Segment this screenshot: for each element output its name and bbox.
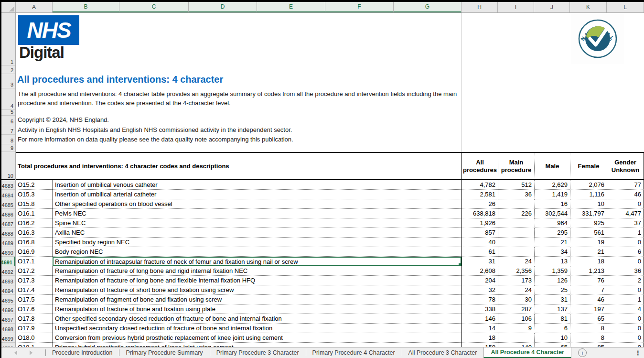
- value-cell[interactable]: 30: [498, 295, 534, 304]
- value-cell[interactable]: 7: [570, 285, 607, 295]
- code-cell[interactable]: O16.3: [16, 228, 53, 238]
- activity-note[interactable]: Activity in English NHS Hospitals and En…: [18, 126, 292, 133]
- value-cell[interactable]: 197: [570, 304, 607, 314]
- selection-fill-handle[interactable]: [458, 263, 462, 266]
- value-cell[interactable]: 6: [534, 324, 570, 333]
- value-cell[interactable]: 964: [534, 218, 570, 228]
- value-cell[interactable]: 21: [570, 247, 607, 257]
- table-header-label[interactable]: Total procedures and interventions: 4 ch…: [16, 153, 462, 179]
- value-cell[interactable]: 2,076: [570, 180, 607, 190]
- column-header-f[interactable]: F: [325, 2, 394, 12]
- value-cell[interactable]: 287: [498, 304, 534, 314]
- description-cell[interactable]: Remanipulation of fracture of long bone …: [53, 266, 462, 276]
- value-cell[interactable]: 25: [534, 285, 570, 295]
- value-cell[interactable]: 226: [498, 209, 534, 218]
- value-cell[interactable]: 81: [534, 314, 570, 324]
- description-cell[interactable]: Remanipulation of fracture of bone and f…: [53, 304, 462, 314]
- row-header-4695[interactable]: 4695: [1, 295, 15, 304]
- row-header-4693[interactable]: 4693: [1, 276, 15, 285]
- value-cell[interactable]: 1,359: [534, 266, 570, 276]
- row-header-4685[interactable]: 4685: [1, 199, 15, 209]
- value-cell[interactable]: 638,818: [462, 209, 498, 218]
- value-cell[interactable]: 24: [498, 257, 534, 266]
- value-cell[interactable]: 18: [570, 257, 607, 266]
- value-cell[interactable]: [498, 199, 534, 209]
- code-cell[interactable]: O15.2: [16, 180, 53, 190]
- value-cell[interactable]: 40: [462, 238, 498, 247]
- row-header-4692[interactable]: 4692: [1, 266, 15, 276]
- description-cell[interactable]: Conversion from previous hybrid prosthet…: [53, 333, 462, 343]
- sheet-tab-primary-procedure-3-character[interactable]: Primary Procedure 3 Character: [210, 347, 306, 358]
- column-header-e[interactable]: E: [257, 2, 325, 12]
- value-cell[interactable]: 137: [534, 304, 570, 314]
- code-cell[interactable]: O17.5: [16, 295, 53, 304]
- value-cell[interactable]: 31: [534, 295, 570, 304]
- description-cell[interactable]: Specified body region NEC: [53, 238, 462, 247]
- row-header-4691[interactable]: 4691: [1, 257, 15, 266]
- value-cell[interactable]: 0: [607, 257, 644, 266]
- row-header-9[interactable]: 9: [1, 144, 15, 152]
- description-cell[interactable]: Spine NEC: [53, 218, 462, 228]
- row-header-5[interactable]: 5: [1, 110, 15, 116]
- value-cell[interactable]: 857: [462, 228, 498, 238]
- code-cell[interactable]: O16.2: [16, 218, 53, 228]
- row-header-4700[interactable]: 4700: [1, 343, 15, 347]
- row-header-4689[interactable]: 4689: [1, 238, 15, 247]
- value-cell[interactable]: 925: [570, 218, 607, 228]
- row-header-4[interactable]: 4: [1, 88, 15, 110]
- value-cell[interactable]: 8: [570, 324, 607, 333]
- value-cell[interactable]: 295: [534, 228, 570, 238]
- value-cell[interactable]: 2,581: [462, 190, 498, 199]
- row-header-4694[interactable]: 4694: [1, 285, 15, 295]
- value-cell[interactable]: 8: [570, 333, 607, 343]
- description-cell[interactable]: Insertion of umbilical arterial catheter: [53, 190, 462, 199]
- value-cell[interactable]: 36: [498, 190, 534, 199]
- value-cell[interactable]: 2,629: [534, 180, 570, 190]
- value-cell[interactable]: 78: [462, 295, 498, 304]
- column-header-j[interactable]: J: [534, 2, 570, 12]
- value-cell[interactable]: 512: [498, 180, 534, 190]
- column-header-d[interactable]: D: [189, 2, 257, 12]
- code-cell[interactable]: O17.9: [16, 324, 53, 333]
- value-cell[interactable]: 77: [607, 180, 644, 190]
- description-cell[interactable]: Axilla NEC: [53, 228, 462, 238]
- value-cell[interactable]: 36: [607, 266, 644, 276]
- row-header-3[interactable]: 3: [1, 74, 15, 88]
- row-header-4699[interactable]: 4699: [1, 333, 15, 343]
- description-cell[interactable]: Other specified operations on blood vess…: [53, 199, 462, 209]
- value-cell[interactable]: 150: [462, 343, 498, 347]
- column-header-c[interactable]: C: [119, 2, 189, 12]
- row-header-4690[interactable]: 4690: [1, 247, 15, 257]
- value-cell[interactable]: 65: [534, 343, 570, 347]
- value-cell[interactable]: 4,477: [607, 209, 644, 218]
- value-column-header[interactable]: Gender Unknown: [607, 153, 644, 179]
- value-cell[interactable]: 302,544: [534, 209, 570, 218]
- value-cell[interactable]: [498, 238, 534, 247]
- value-column-header[interactable]: All procedures: [462, 153, 498, 179]
- code-cell[interactable]: O17.2: [16, 266, 53, 276]
- value-cell[interactable]: 34: [534, 247, 570, 257]
- value-cell[interactable]: 76: [570, 276, 607, 285]
- code-cell[interactable]: O18.0: [16, 333, 53, 343]
- value-cell[interactable]: 0: [607, 238, 644, 247]
- sheet-tab-all-procedure-4-character[interactable]: All Procedure 4 Character: [483, 347, 571, 358]
- column-header-i[interactable]: I: [498, 2, 534, 12]
- value-cell[interactable]: 0: [607, 333, 644, 343]
- row-header-2[interactable]: 2: [1, 65, 15, 74]
- value-cell[interactable]: 1: [607, 295, 644, 304]
- value-cell[interactable]: 561: [570, 228, 607, 238]
- value-cell[interactable]: 61: [462, 247, 498, 257]
- value-column-header[interactable]: Male: [534, 153, 570, 179]
- value-cell[interactable]: 26: [462, 199, 498, 209]
- value-cell[interactable]: 140: [498, 343, 534, 347]
- column-header-g[interactable]: G: [394, 2, 462, 12]
- column-header-b[interactable]: B: [53, 2, 119, 12]
- value-cell[interactable]: 0: [607, 314, 644, 324]
- value-cell[interactable]: 106: [498, 314, 534, 324]
- value-cell[interactable]: 204: [462, 276, 498, 285]
- value-cell[interactable]: 10: [570, 199, 607, 209]
- value-cell[interactable]: [498, 228, 534, 238]
- value-cell[interactable]: 9: [498, 324, 534, 333]
- value-cell[interactable]: 13: [534, 257, 570, 266]
- sheet-tab-primary-procedure-summary[interactable]: Primary Procedure Summary: [119, 347, 209, 358]
